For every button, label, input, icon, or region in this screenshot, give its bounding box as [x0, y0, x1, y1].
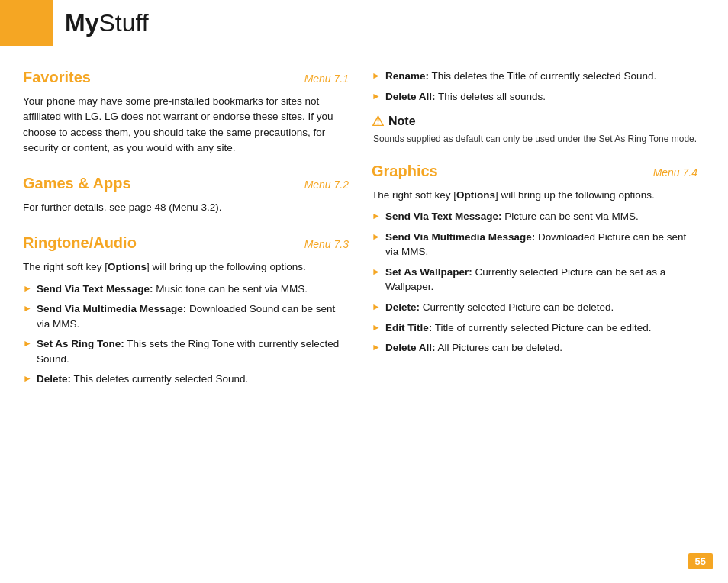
- bullet-arrow-icon: ►: [372, 230, 381, 243]
- ringtone-audio-title: Ringtone/Audio: [23, 234, 137, 252]
- games-apps-header: Games & Apps Menu 7.2: [23, 175, 349, 192]
- bullet-arrow-icon: ►: [372, 90, 381, 103]
- graphics-menu: Menu 7.4: [653, 166, 697, 179]
- section-graphics: Graphics Menu 7.4 The right soft key [Op…: [372, 163, 697, 356]
- list-item: ► Delete All: All Pictures can be delete…: [372, 340, 697, 356]
- content-area: Favorites Menu 7.1 Your phone may have s…: [0, 69, 728, 452]
- ringtone-audio-bullets: ► Send Via Text Message: Music tone can …: [23, 282, 349, 387]
- bullet-arrow-icon: ►: [23, 337, 32, 350]
- ringtone-audio-body: The right soft key [Options] will bring …: [23, 259, 349, 275]
- bullet-arrow-icon: ►: [372, 69, 381, 82]
- list-item: ► Delete: Currently selected Picture can…: [372, 300, 697, 315]
- favorites-menu: Menu 7.1: [304, 72, 349, 85]
- list-item: ► Send Via Text Message: Music tone can …: [23, 282, 349, 297]
- title-my: My: [65, 9, 98, 37]
- list-item: ► Send Via Multimedia Message: Downloade…: [372, 230, 697, 259]
- games-apps-title: Games & Apps: [23, 175, 131, 192]
- ringtone-audio-menu: Menu 7.3: [304, 238, 349, 250]
- bullet-arrow-icon: ►: [23, 282, 32, 295]
- ringtone-right-bullets: ► Rename: This deletes the Title of curr…: [372, 69, 697, 104]
- list-item: ► Delete All: This deletes all sounds.: [372, 89, 697, 105]
- list-item: ► Edit Title: Title of currently selecte…: [372, 320, 697, 336]
- note-box: ⚠ Note Sounds supplied as default can on…: [372, 113, 697, 146]
- page-number: 55: [688, 553, 713, 569]
- page-header: My Stuff: [0, 0, 728, 46]
- list-item: ► Send Via Text Message: Picture can be …: [372, 209, 697, 224]
- graphics-body: The right soft key [Options] will bring …: [372, 188, 697, 203]
- bullet-arrow-icon: ►: [372, 341, 381, 354]
- games-apps-menu: Menu 7.2: [304, 179, 349, 191]
- note-icon: ⚠: [372, 113, 384, 130]
- bullet-arrow-icon: ►: [372, 210, 381, 223]
- list-item: ► Set As Wallpaper: Currently selected P…: [372, 265, 697, 295]
- bullet-arrow-icon: ►: [372, 266, 381, 279]
- list-item: ► Set As Ring Tone: This sets the Ring T…: [23, 337, 349, 366]
- page-title: My Stuff: [53, 0, 160, 46]
- bullet-arrow-icon: ►: [23, 302, 32, 315]
- favorites-title: Favorites: [23, 69, 91, 86]
- section-games-apps: Games & Apps Menu 7.2 For further detail…: [23, 175, 349, 215]
- header-accent-block: [0, 0, 53, 46]
- bullet-arrow-icon: ►: [23, 372, 32, 385]
- bullet-arrow-icon: ►: [372, 301, 381, 314]
- right-column: ► Rename: This deletes the Title of curr…: [372, 69, 705, 406]
- games-apps-body: For further details, see page 48 (Menu 3…: [23, 200, 349, 215]
- favorites-header: Favorites Menu 7.1: [23, 69, 349, 86]
- graphics-bullets: ► Send Via Text Message: Picture can be …: [372, 209, 697, 356]
- bullet-arrow-icon: ►: [372, 321, 381, 334]
- list-item: ► Send Via Multimedia Message: Downloade…: [23, 301, 349, 331]
- note-body: Sounds supplied as default can only be u…: [372, 133, 697, 146]
- list-item: ► Delete: This deletes currently selecte…: [23, 372, 349, 387]
- graphics-title: Graphics: [372, 163, 438, 180]
- ringtone-audio-header: Ringtone/Audio Menu 7.3: [23, 234, 349, 252]
- note-title-row: ⚠ Note: [372, 113, 697, 130]
- note-title: Note: [388, 114, 416, 128]
- list-item: ► Rename: This deletes the Title of curr…: [372, 69, 697, 84]
- favorites-body: Your phone may have some pre-installed b…: [23, 94, 349, 156]
- section-favorites: Favorites Menu 7.1 Your phone may have s…: [23, 69, 349, 156]
- title-stuff: Stuff: [98, 9, 148, 37]
- left-column: Favorites Menu 7.1 Your phone may have s…: [0, 69, 349, 406]
- graphics-header: Graphics Menu 7.4: [372, 163, 697, 180]
- section-ringtone-audio: Ringtone/Audio Menu 7.3 The right soft k…: [23, 234, 349, 387]
